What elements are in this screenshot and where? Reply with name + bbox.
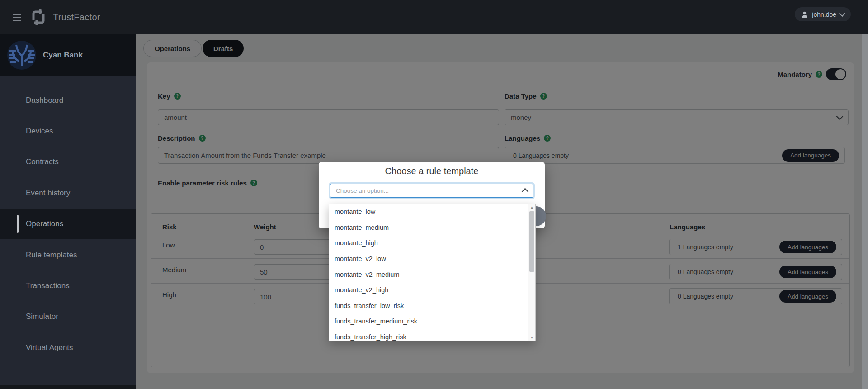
bank-logo-icon — [7, 40, 37, 70]
org-name: Cyan Bank — [43, 51, 83, 60]
sidebar-item-contracts[interactable]: Contracts — [0, 147, 136, 177]
dropdown-option[interactable]: montante_v2_medium — [329, 266, 535, 282]
hamburger-menu-icon[interactable] — [13, 13, 21, 23]
trustfactor-logo-icon — [27, 6, 50, 28]
sidebar-item-operations[interactable]: Operations — [0, 209, 136, 239]
sidebar-item-dashboard[interactable]: Dashboard — [0, 85, 136, 116]
user-avatar-icon — [801, 11, 808, 18]
app-root: TrustFactor john.doe Cyan Bank — [0, 0, 868, 389]
top-bar: TrustFactor john.doe — [0, 0, 868, 34]
dropdown-scrollbar[interactable]: ▲ ▼ — [528, 204, 535, 341]
sidebar-item-transactions[interactable]: Transactions — [0, 270, 136, 301]
org-header: Cyan Bank — [0, 34, 136, 76]
chevron-down-icon — [839, 10, 845, 16]
rule-template-select[interactable]: Choose an option... — [330, 184, 533, 198]
rule-template-dropdown: montante_low montante_medium montante_hi… — [329, 204, 536, 341]
user-name: john.doe — [812, 11, 836, 18]
page-scrollbar[interactable] — [862, 34, 868, 389]
dropdown-option[interactable]: montante_high — [329, 235, 535, 251]
sidebar-item-rule-templates[interactable]: Rule templates — [0, 240, 136, 270]
sidebar-item-event-history[interactable]: Event history — [0, 178, 136, 209]
dropdown-option[interactable]: funds_transfer_high_risk — [329, 329, 535, 341]
dropdown-option[interactable]: montante_v2_high — [329, 282, 535, 298]
dropdown-option[interactable]: montante_low — [329, 204, 535, 220]
sidebar-footer — [0, 385, 136, 389]
dropdown-option[interactable]: funds_transfer_medium_risk — [329, 313, 535, 329]
select-placeholder: Choose an option... — [336, 187, 389, 194]
sidebar-item-virtual-agents[interactable]: Virtual Agents — [0, 332, 136, 363]
sidebar-item-devices[interactable]: Devices — [0, 116, 136, 147]
dropdown-option[interactable]: funds_transfer_low_risk — [329, 298, 535, 314]
scrollbar-thumb[interactable] — [529, 211, 534, 272]
scroll-down-icon[interactable]: ▼ — [528, 334, 535, 341]
user-menu[interactable]: john.doe — [795, 7, 851, 21]
scroll-up-icon[interactable]: ▲ — [528, 204, 535, 210]
chevron-up-icon — [522, 188, 529, 195]
active-indicator-bar — [17, 215, 19, 233]
brand-title: TrustFactor — [53, 12, 100, 23]
modal-title: Choose a rule template — [319, 166, 545, 176]
sidebar-item-simulator[interactable]: Simulator — [0, 301, 136, 332]
dropdown-option[interactable]: montante_medium — [329, 220, 535, 236]
sidebar: Cyan Bank Dashboard Devices Contracts Ev… — [0, 34, 136, 389]
dropdown-option[interactable]: montante_v2_low — [329, 251, 535, 267]
